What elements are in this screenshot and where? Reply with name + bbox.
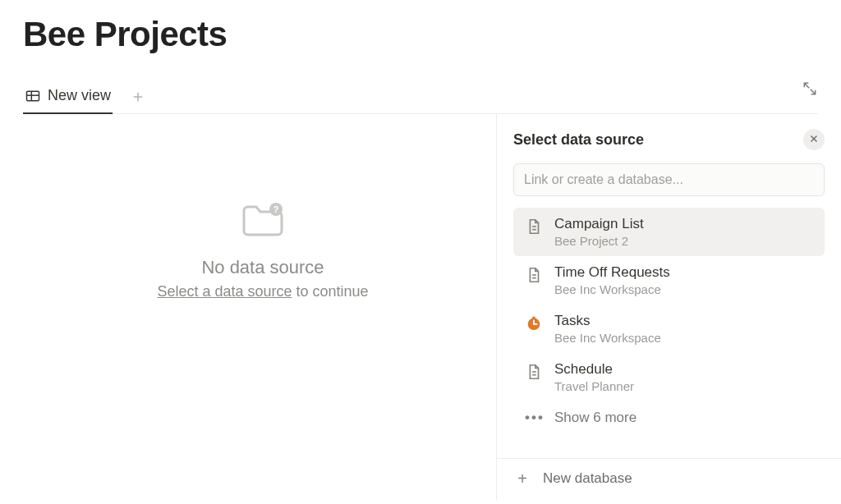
add-view-button[interactable] — [127, 86, 149, 111]
svg-rect-0 — [27, 91, 39, 101]
view-tabs: New view — [23, 82, 818, 114]
show-more-label: Show 6 more — [554, 410, 636, 426]
plus-icon: + — [513, 470, 531, 487]
svg-rect-14 — [532, 317, 535, 319]
page-icon — [525, 363, 543, 381]
data-source-panel: Select data source Campaign ListBee Proj… — [496, 114, 841, 500]
source-item[interactable]: Campaign ListBee Project 2 — [513, 208, 825, 256]
clock-icon — [525, 314, 543, 332]
source-item[interactable]: Time Off RequestsBee Inc Workspace — [513, 256, 825, 305]
empty-state-title: No data source — [201, 257, 324, 278]
close-panel-button[interactable] — [803, 129, 825, 150]
source-subtitle: Travel Planner — [554, 379, 634, 393]
page-icon — [525, 266, 543, 284]
show-more-button[interactable]: ••• Show 6 more — [513, 401, 825, 434]
page-icon — [525, 218, 543, 236]
close-icon — [809, 132, 819, 147]
source-item[interactable]: TasksBee Inc Workspace — [513, 305, 825, 353]
source-list: Campaign ListBee Project 2Time Off Reque… — [513, 208, 825, 401]
panel-title: Select data source — [513, 131, 644, 149]
source-text: Campaign ListBee Project 2 — [554, 216, 644, 248]
source-title: Time Off Requests — [554, 264, 670, 281]
empty-state: ? No data source Select a data source to… — [23, 114, 503, 300]
tab-label: New view — [48, 87, 111, 104]
folder-question-icon: ? — [240, 201, 286, 242]
expand-icon[interactable] — [802, 80, 818, 100]
search-input[interactable] — [513, 163, 825, 196]
source-title: Campaign List — [554, 216, 644, 232]
source-title: Tasks — [554, 313, 661, 329]
table-icon — [25, 88, 41, 104]
source-subtitle: Bee Inc Workspace — [554, 331, 661, 345]
source-text: Time Off RequestsBee Inc Workspace — [554, 264, 670, 296]
tab-new-view[interactable]: New view — [23, 82, 113, 114]
source-subtitle: Bee Project 2 — [554, 234, 644, 248]
new-database-label: New database — [543, 470, 632, 487]
page-title: Bee Projects — [23, 15, 818, 54]
empty-state-subtitle: Select a data source to continue — [157, 283, 368, 300]
ellipsis-icon: ••• — [525, 410, 543, 426]
select-data-source-link[interactable]: Select a data source — [157, 283, 292, 300]
new-database-button[interactable]: + New database — [513, 470, 825, 487]
empty-state-suffix: to continue — [292, 283, 369, 300]
source-subtitle: Bee Inc Workspace — [554, 282, 670, 296]
source-title: Schedule — [554, 361, 634, 378]
source-text: TasksBee Inc Workspace — [554, 313, 661, 345]
svg-text:?: ? — [273, 204, 279, 214]
source-text: ScheduleTravel Planner — [554, 361, 634, 393]
source-item[interactable]: ScheduleTravel Planner — [513, 353, 825, 401]
